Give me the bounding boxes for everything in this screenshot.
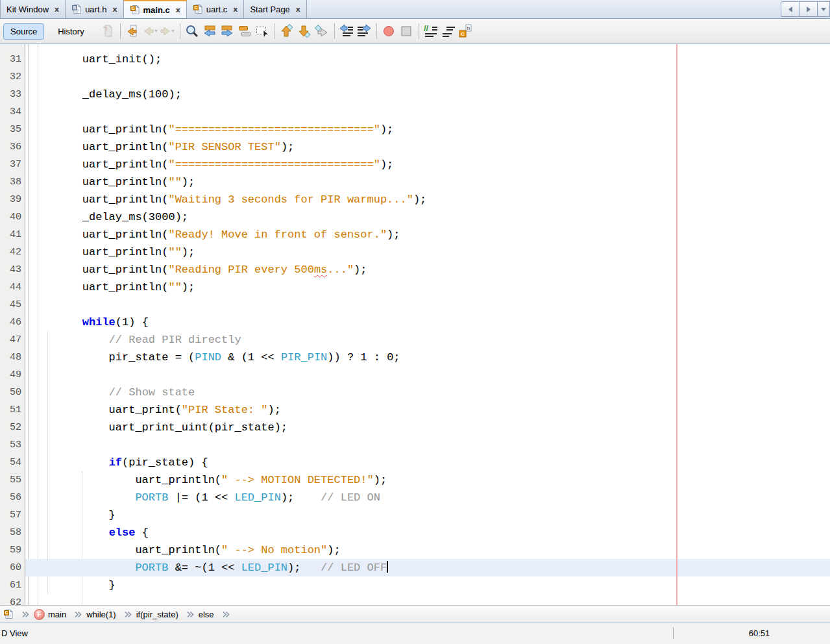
line-number[interactable]: 52 (0, 419, 25, 436)
find-selection-button[interactable] (184, 23, 201, 40)
code-line-44[interactable]: 44 uart_println(""); (0, 279, 830, 296)
code-line-38[interactable]: 38 uart_println(""); (0, 173, 830, 191)
code-text[interactable]: uart_println(" --> No motion"); (25, 541, 830, 559)
code-line-32[interactable]: 32 (0, 68, 830, 86)
code-line-61[interactable]: 61 } (0, 576, 830, 594)
rectangular-selection-button[interactable] (254, 23, 271, 40)
code-line-54[interactable]: 54 if(pir_state) { (0, 454, 830, 471)
line-number[interactable]: 50 (0, 384, 25, 401)
code-text[interactable]: uart_println("PIR SENSOR TEST"); (25, 138, 830, 156)
tab-close-icon[interactable]: x (112, 5, 117, 14)
code-line-43[interactable]: 43 uart_println("Reading PIR every 500ms… (0, 261, 830, 279)
code-text[interactable]: } (25, 576, 830, 594)
tab-scroll-left-button[interactable] (781, 1, 799, 17)
find-next-button[interactable] (219, 23, 236, 40)
code-line-41[interactable]: 41 uart_println("Ready! Move in front of… (0, 226, 830, 243)
line-number[interactable]: 61 (0, 576, 25, 594)
line-number[interactable]: 39 (0, 191, 25, 208)
line-number[interactable]: 41 (0, 226, 25, 243)
next-bookmark-button[interactable] (296, 23, 313, 40)
code-line-37[interactable]: 37 uart_println("=======================… (0, 156, 830, 173)
code-text[interactable]: PORTB &= ~(1 << LED_PIN); // LED OFF (25, 559, 830, 576)
code-line-31[interactable]: 31 uart_init(); (0, 51, 830, 68)
source-view-button[interactable]: Source (3, 23, 44, 40)
code-line-53[interactable]: 53 (0, 436, 830, 454)
code-line-49[interactable]: 49 (0, 366, 830, 384)
code-text[interactable] (25, 436, 830, 454)
code-line-36[interactable]: 36 uart_println("PIR SENSOR TEST"); (0, 138, 830, 156)
code-text[interactable]: // Read PIR directly (25, 331, 830, 349)
back-button[interactable] (141, 23, 159, 40)
line-number[interactable]: 47 (0, 331, 25, 349)
code-line-39[interactable]: 39 uart_println("Waiting 3 seconds for P… (0, 191, 830, 208)
toggle-highlight-button[interactable] (236, 23, 254, 40)
line-number[interactable]: 54 (0, 454, 25, 471)
code-text[interactable]: _delay_ms(3000); (25, 208, 830, 226)
code-line-62[interactable]: 62 (0, 594, 830, 605)
code-line-46[interactable]: 46 while(1) { (0, 314, 830, 331)
code-text[interactable]: else { (25, 524, 830, 541)
code-text[interactable] (25, 296, 830, 314)
code-text[interactable]: if(pir_state) { (25, 454, 830, 471)
tab-close-icon[interactable]: x (233, 5, 238, 14)
code-line-58[interactable]: 58 else { (0, 524, 830, 541)
code-line-50[interactable]: 50 // Show state (0, 384, 830, 401)
tab-kit-window[interactable]: Kit Windowx (0, 0, 66, 18)
breadcrumb-item-main[interactable]: Fmain (34, 609, 66, 620)
code-text[interactable]: uart_print_uint(pir_state); (25, 419, 830, 436)
tab-list-button[interactable] (818, 1, 830, 17)
line-number[interactable]: 56 (0, 489, 25, 506)
code-text[interactable]: uart_println(" --> MOTION DETECTED!"); (25, 471, 830, 489)
code-text[interactable]: uart_println("Waiting 3 seconds for PIR … (25, 191, 830, 208)
tab-close-icon[interactable]: x (176, 6, 180, 14)
tab-uart.c[interactable]: Cuart.cx (187, 0, 245, 18)
tab-close-icon[interactable]: x (55, 5, 59, 14)
breadcrumb-item-else[interactable]: else (199, 610, 214, 619)
comment-button[interactable]: // (422, 23, 440, 40)
code-text[interactable] (25, 68, 830, 86)
last-edit-button[interactable] (124, 23, 141, 40)
shift-line-right-button[interactable] (356, 23, 373, 40)
code-text[interactable]: uart_println("==========================… (25, 156, 830, 173)
diff-button[interactable] (99, 23, 117, 40)
code-text[interactable]: uart_print("PIR State: "); (25, 401, 830, 419)
code-line-45[interactable]: 45 (0, 296, 830, 314)
history-view-button[interactable]: History (51, 23, 91, 40)
tab-start-page[interactable]: Start Pagex (244, 0, 307, 18)
line-number[interactable]: 58 (0, 524, 25, 541)
code-line-57[interactable]: 57 } (0, 506, 830, 524)
code-text[interactable]: pir_state = (PIND & (1 << PIR_PIN)) ? 1 … (25, 349, 830, 366)
code-text[interactable]: PORTB |= (1 << LED_PIN); // LED ON (25, 489, 830, 506)
forward-button[interactable] (159, 23, 177, 40)
line-number[interactable]: 37 (0, 156, 25, 173)
line-number[interactable]: 57 (0, 506, 25, 524)
toggle-header-source-button[interactable]: hC (458, 23, 475, 40)
code-line-52[interactable]: 52 uart_print_uint(pir_state); (0, 419, 830, 436)
code-editor[interactable]: 31 uart_init();3233 _delay_ms(100);3435 … (0, 44, 830, 605)
tab-main.c[interactable]: Cmain.cx (124, 0, 187, 19)
code-line-34[interactable]: 34 (0, 103, 830, 121)
shift-line-left-button[interactable] (338, 23, 356, 40)
toggle-bookmark-button[interactable] (313, 23, 331, 40)
code-line-35[interactable]: 35 uart_println("=======================… (0, 121, 830, 138)
code-text[interactable]: uart_println("Reading PIR every 500ms...… (25, 261, 830, 279)
breadcrumb-item-if-pir-state-[interactable]: if(pir_state) (136, 610, 178, 619)
line-number[interactable]: 45 (0, 296, 25, 314)
line-number[interactable]: 31 (0, 51, 25, 68)
code-text[interactable]: uart_println("==========================… (25, 121, 830, 138)
code-line-47[interactable]: 47 // Read PIR directly (0, 331, 830, 349)
line-number[interactable]: 53 (0, 436, 25, 454)
uncomment-button[interactable] (440, 23, 458, 40)
line-number[interactable]: 33 (0, 86, 25, 103)
code-text[interactable]: } (25, 506, 830, 524)
breadcrumb-item-while-1-[interactable]: while(1) (86, 610, 116, 619)
line-number[interactable]: 46 (0, 314, 25, 331)
line-number[interactable]: 60 (0, 559, 25, 576)
code-line-55[interactable]: 55 uart_println(" --> MOTION DETECTED!")… (0, 471, 830, 489)
code-line-48[interactable]: 48 pir_state = (PIND & (1 << PIR_PIN)) ?… (0, 349, 830, 366)
tab-scroll-right-button[interactable] (799, 1, 818, 17)
line-number[interactable]: 34 (0, 103, 25, 121)
code-text[interactable] (25, 594, 830, 605)
line-number[interactable]: 36 (0, 138, 25, 156)
code-line-60[interactable]: 60 PORTB &= ~(1 << LED_PIN); // LED OFF (0, 559, 830, 576)
